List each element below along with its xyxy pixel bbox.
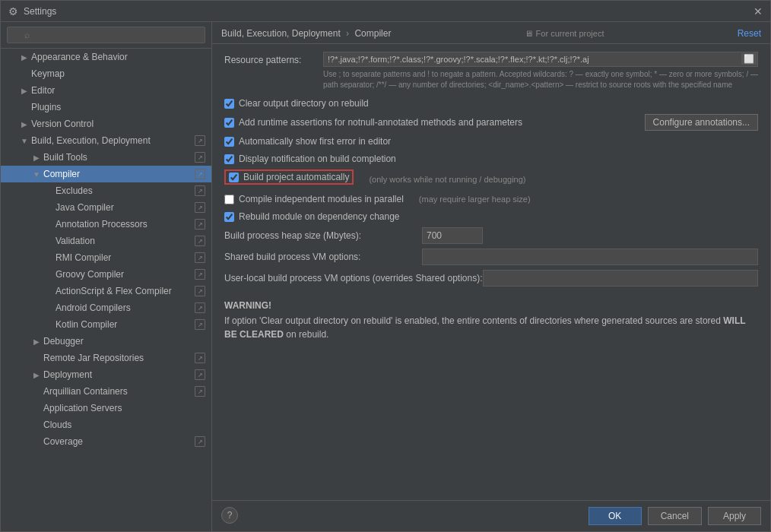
resource-expand-button[interactable]: ⬜: [741, 53, 757, 65]
warning-text: If option 'Clear output directory on reb…: [224, 314, 758, 341]
external-icon: ↗: [195, 185, 205, 196]
sidebar-item-android-compilers[interactable]: Android Compilers ↗: [1, 299, 211, 316]
for-project-text: For current project: [536, 29, 604, 38]
warning-box: WARNING! If option 'Clear output directo…: [224, 294, 758, 347]
sidebar-item-coverage[interactable]: Coverage ↗: [1, 433, 211, 450]
expand-icon: [31, 436, 42, 447]
sidebar-item-build-execution[interactable]: ▼ Build, Execution, Deployment ↗: [1, 132, 211, 149]
sidebar-item-arquillian[interactable]: Arquillian Containers ↗: [1, 383, 211, 400]
sidebar-item-editor[interactable]: ▶ Editor: [1, 82, 211, 99]
external-icon: ↗: [195, 386, 205, 397]
expand-icon: [43, 219, 54, 230]
sidebar-item-java-compiler[interactable]: Java Compiler ↗: [1, 199, 211, 216]
sidebar-item-label: Remote Jar Repositories: [43, 353, 144, 363]
heap-size-row: Build process heap size (Mbytes):: [224, 227, 758, 244]
close-button[interactable]: ✕: [752, 5, 764, 17]
sidebar-item-actionscript-flex[interactable]: ActionScript & Flex Compiler ↗: [1, 283, 211, 299]
external-icon: ↗: [195, 286, 205, 296]
runtime-assertions-checkbox[interactable]: [224, 118, 234, 128]
build-automatically-checkbox[interactable]: [229, 173, 239, 182]
sidebar-item-label: Appearance & Behavior: [31, 52, 128, 62]
expand-icon: ▶: [19, 119, 30, 129]
sidebar-item-plugins[interactable]: Plugins: [1, 99, 211, 116]
expand-icon: ▶: [19, 52, 30, 62]
sidebar-item-validation[interactable]: Validation ↗: [1, 233, 211, 249]
resource-input-wrapper: ⬜: [323, 52, 758, 67]
sidebar-item-clouds[interactable]: Clouds: [1, 416, 211, 433]
sidebar-item-label: Kotlin Compiler: [56, 319, 117, 330]
heap-size-input[interactable]: [422, 227, 483, 244]
shared-vm-input[interactable]: [422, 249, 758, 265]
clear-output-checkbox[interactable]: [224, 99, 234, 109]
rebuild-dependency-label[interactable]: Rebuild module on dependency change: [239, 211, 400, 222]
search-input[interactable]: [7, 27, 205, 43]
expand-icon: [43, 302, 54, 313]
rebuild-dependency-checkbox[interactable]: [224, 212, 234, 222]
build-automatically-label[interactable]: Build project automatically: [243, 172, 349, 182]
sidebar-item-label: Validation: [56, 236, 95, 246]
expand-icon: [43, 252, 54, 263]
show-first-error-checkbox[interactable]: [224, 137, 234, 147]
expand-icon: ▼: [19, 135, 30, 146]
runtime-assertions-label[interactable]: Add runtime assertions for notnull-annot…: [239, 117, 522, 128]
external-icon: ↗: [195, 369, 205, 380]
sidebar-item-label: Plugins: [31, 102, 61, 112]
sidebar-item-excludes[interactable]: Excludes ↗: [1, 182, 211, 199]
checkbox-clear-output: Clear output directory on rebuild: [224, 97, 758, 110]
show-first-error-label[interactable]: Automatically show first error in editor: [239, 136, 391, 147]
external-icon: ↗: [195, 202, 205, 213]
titlebar: ⚙ Settings ✕: [1, 1, 770, 22]
breadcrumb: Build, Execution, Deployment › Compiler: [221, 28, 391, 39]
sidebar-item-rmi-compiler[interactable]: RMI Compiler ↗: [1, 249, 211, 266]
apply-button[interactable]: Apply: [708, 507, 761, 525]
sidebar-item-annotation-processors[interactable]: Annotation Processors ↗: [1, 216, 211, 233]
breadcrumb-separator: ›: [346, 28, 349, 39]
sidebar-item-deployment[interactable]: ▶ Deployment ↗: [1, 366, 211, 383]
help-button[interactable]: ?: [221, 507, 238, 524]
external-icon: ↗: [195, 436, 205, 447]
clear-output-label[interactable]: Clear output directory on rebuild: [239, 98, 369, 109]
sidebar-item-label: Version Control: [31, 119, 94, 129]
monitor-icon: 🖥: [525, 29, 533, 38]
checkbox-runtime-assertions: Add runtime assertions for notnull-annot…: [224, 116, 645, 129]
expand-icon: ▶: [31, 336, 42, 347]
sidebar-item-label: Coverage: [43, 436, 83, 447]
sidebar-item-label: Excludes: [56, 185, 93, 196]
heap-size-label: Build process heap size (Mbytes):: [224, 230, 422, 241]
sidebar-item-version-control[interactable]: ▶ Version Control: [1, 116, 211, 132]
sidebar-item-keymap[interactable]: Keymap: [1, 65, 211, 82]
display-notification-label[interactable]: Display notification on build completion: [239, 154, 396, 164]
checkbox-display-notification: Display notification on build completion: [224, 152, 758, 166]
sidebar-item-remote-jar[interactable]: Remote Jar Repositories ↗: [1, 350, 211, 366]
content-panel: Build, Execution, Deployment › Compiler …: [212, 22, 770, 531]
cancel-button[interactable]: Cancel: [648, 507, 702, 525]
display-notification-checkbox[interactable]: [224, 154, 234, 164]
expand-icon: [31, 353, 42, 363]
sidebar-item-appearance[interactable]: ▶ Appearance & Behavior: [1, 49, 211, 65]
user-vm-input[interactable]: [483, 270, 759, 287]
main-area: ⌕ ▶ Appearance & Behavior Keymap ▶: [1, 22, 770, 531]
sidebar-item-groovy-compiler[interactable]: Groovy Compiler ↗: [1, 266, 211, 283]
sidebar-item-compiler[interactable]: ▼ Compiler ↗: [1, 166, 211, 182]
sidebar-item-label: ActionScript & Flex Compiler: [56, 286, 172, 296]
compile-parallel-label[interactable]: Compile independent modules in parallel: [239, 194, 404, 204]
configure-annotations-button[interactable]: Configure annotations...: [645, 114, 758, 131]
sidebar-item-label: Clouds: [43, 420, 71, 430]
ok-button[interactable]: OK: [589, 507, 642, 525]
sidebar-item-label: Editor: [31, 85, 55, 96]
compile-parallel-checkbox[interactable]: [224, 195, 234, 204]
sidebar-item-kotlin-compiler[interactable]: Kotlin Compiler ↗: [1, 316, 211, 333]
sidebar-item-app-servers[interactable]: Application Servers: [1, 400, 211, 416]
user-vm-row: User-local build process VM options (ove…: [224, 270, 758, 287]
reset-button[interactable]: Reset: [738, 28, 761, 39]
search-box: ⌕: [1, 22, 211, 49]
for-project-label: 🖥 For current project: [525, 29, 604, 38]
sidebar-item-debugger[interactable]: ▶ Debugger: [1, 333, 211, 350]
sidebar-item-build-tools[interactable]: ▶ Build Tools ↗: [1, 149, 211, 166]
window-icon: ⚙: [7, 5, 19, 17]
sidebar-item-label: Keymap: [31, 68, 65, 79]
breadcrumb-part2: Compiler: [354, 28, 391, 39]
resource-patterns-input[interactable]: [323, 52, 758, 67]
expand-icon: [31, 386, 42, 397]
checkbox-build-automatically-wrapper: Build project automatically: [224, 169, 354, 185]
